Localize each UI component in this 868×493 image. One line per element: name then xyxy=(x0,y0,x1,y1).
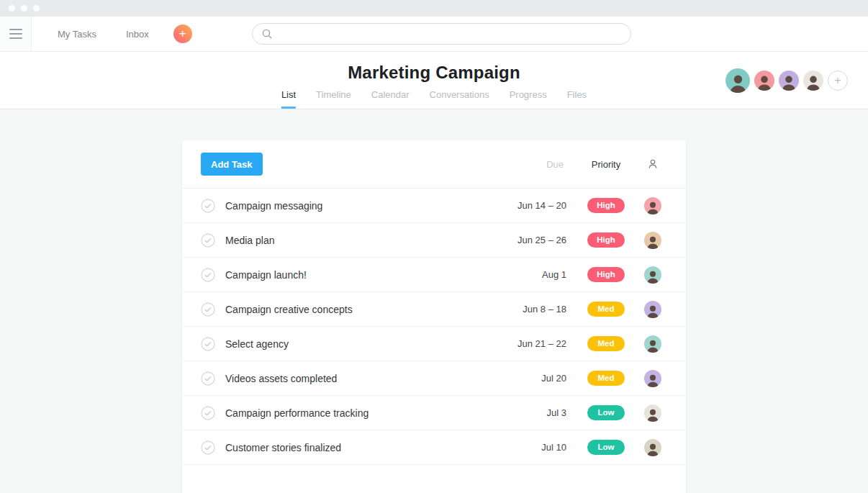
assignee-avatar[interactable] xyxy=(644,404,661,422)
window-control-dot[interactable] xyxy=(33,5,40,12)
plus-icon: + xyxy=(179,25,186,42)
project-header: Marketing Campaign ListTimelineCalendarC… xyxy=(0,52,868,109)
task-name[interactable]: Select agency xyxy=(225,338,487,350)
task-row[interactable]: Select agency Jun 21 – 22 Med xyxy=(182,327,686,361)
task-due-date[interactable]: Jun 14 – 20 xyxy=(487,200,574,211)
priority-badge[interactable]: Low xyxy=(587,405,625,420)
priority-badge[interactable]: Med xyxy=(587,371,625,386)
search-icon xyxy=(261,28,273,40)
priority-badge[interactable]: High xyxy=(587,267,625,282)
tab-progress[interactable]: Progress xyxy=(510,89,547,109)
tab-list[interactable]: List xyxy=(281,89,296,109)
task-due-date[interactable]: Aug 1 xyxy=(487,269,574,280)
tab-conversations[interactable]: Conversations xyxy=(430,89,489,109)
task-rows: Campaign messaging Jun 14 – 20 High Medi… xyxy=(182,189,686,465)
column-header-due[interactable]: Due xyxy=(487,159,574,170)
assignee-avatar[interactable] xyxy=(644,197,661,214)
member-avatar[interactable] xyxy=(779,71,799,91)
quick-add-button[interactable]: + xyxy=(173,24,192,43)
content-area: Add Task Due Priority Campaign messaging… xyxy=(0,140,868,493)
task-due-date[interactable]: Jun 21 – 22 xyxy=(487,338,574,349)
task-list-header: Add Task Due Priority xyxy=(182,140,686,189)
task-name[interactable]: Campaign messaging xyxy=(225,200,487,212)
member-avatar[interactable] xyxy=(754,71,774,91)
check-circle-icon[interactable] xyxy=(201,371,215,386)
task-name[interactable]: Media plan xyxy=(225,235,487,246)
add-member-button[interactable]: + xyxy=(828,71,848,91)
assignee-avatar[interactable] xyxy=(644,370,661,387)
tab-timeline[interactable]: Timeline xyxy=(316,89,351,109)
column-header-priority[interactable]: Priority xyxy=(574,159,638,170)
assignee-avatar[interactable] xyxy=(644,439,661,456)
project-tabs: ListTimelineCalendarConversationsProgres… xyxy=(281,89,587,109)
assignee-avatar[interactable] xyxy=(644,266,661,284)
search-input[interactable] xyxy=(279,29,622,40)
add-task-button[interactable]: Add Task xyxy=(201,153,263,176)
project-members: + xyxy=(725,68,848,93)
task-name[interactable]: Campaign launch! xyxy=(225,269,487,281)
window-control-dot[interactable] xyxy=(21,5,27,12)
tab-files[interactable]: Files xyxy=(567,89,587,109)
task-name[interactable]: Videos assets completed xyxy=(225,373,487,384)
task-row[interactable]: Customer stories finalized Jul 10 Low xyxy=(182,430,686,465)
assignee-avatar[interactable] xyxy=(644,335,661,353)
task-name[interactable]: Campaign performance tracking xyxy=(225,407,487,419)
person-icon xyxy=(646,158,659,171)
task-due-date[interactable]: Jul 10 xyxy=(487,442,574,453)
assignee-avatar[interactable] xyxy=(644,232,661,249)
check-circle-icon[interactable] xyxy=(201,268,215,282)
priority-badge[interactable]: High xyxy=(587,198,625,213)
task-row[interactable]: Campaign launch! Aug 1 High xyxy=(182,258,686,292)
check-circle-icon[interactable] xyxy=(201,406,215,420)
priority-badge[interactable]: Med xyxy=(587,302,625,317)
member-avatar[interactable] xyxy=(803,71,823,91)
check-circle-icon[interactable] xyxy=(201,440,215,455)
task-row[interactable]: Campaign messaging Jun 14 – 20 High xyxy=(182,189,686,223)
tab-calendar[interactable]: Calendar xyxy=(371,89,410,109)
navbar-main: My Tasks Inbox + xyxy=(32,17,868,51)
app-navbar: My Tasks Inbox + xyxy=(0,17,868,52)
task-name[interactable]: Campaign creative concepts xyxy=(225,304,487,315)
task-row[interactable]: Campaign performance tracking Jul 3 Low xyxy=(182,396,686,430)
task-due-date[interactable]: Jun 25 – 26 xyxy=(487,235,574,245)
task-due-date[interactable]: Jun 8 – 18 xyxy=(487,304,574,315)
sidebar-toggle[interactable] xyxy=(0,17,32,51)
task-row[interactable]: Campaign creative concepts Jun 8 – 18 Me… xyxy=(182,292,686,327)
priority-badge[interactable]: Low xyxy=(587,440,625,455)
task-due-date[interactable]: Jul 3 xyxy=(487,407,574,418)
check-circle-icon[interactable] xyxy=(201,199,215,213)
assignee-avatar[interactable] xyxy=(644,301,661,318)
search-bar[interactable] xyxy=(252,23,631,45)
plus-circle-icon: + xyxy=(834,74,841,87)
task-row[interactable]: Media plan Jun 25 – 26 High xyxy=(182,223,686,258)
task-name[interactable]: Customer stories finalized xyxy=(225,442,487,453)
priority-badge[interactable]: Med xyxy=(587,336,625,351)
check-circle-icon[interactable] xyxy=(201,233,215,248)
task-due-date[interactable]: Jul 20 xyxy=(487,373,574,384)
nav-item-my-tasks[interactable]: My Tasks xyxy=(58,29,96,40)
hamburger-icon[interactable] xyxy=(9,29,22,39)
column-header-assignee[interactable] xyxy=(638,158,667,171)
task-row[interactable]: Videos assets completed Jul 20 Med xyxy=(182,361,686,396)
window-control-dot[interactable] xyxy=(9,5,15,12)
member-avatar[interactable] xyxy=(725,68,750,93)
check-circle-icon[interactable] xyxy=(201,302,215,317)
window-title-bar xyxy=(0,0,868,17)
priority-badge[interactable]: High xyxy=(587,232,625,248)
check-circle-icon[interactable] xyxy=(201,337,215,351)
task-list-card: Add Task Due Priority Campaign messaging… xyxy=(182,140,686,493)
nav-item-inbox[interactable]: Inbox xyxy=(126,29,149,40)
